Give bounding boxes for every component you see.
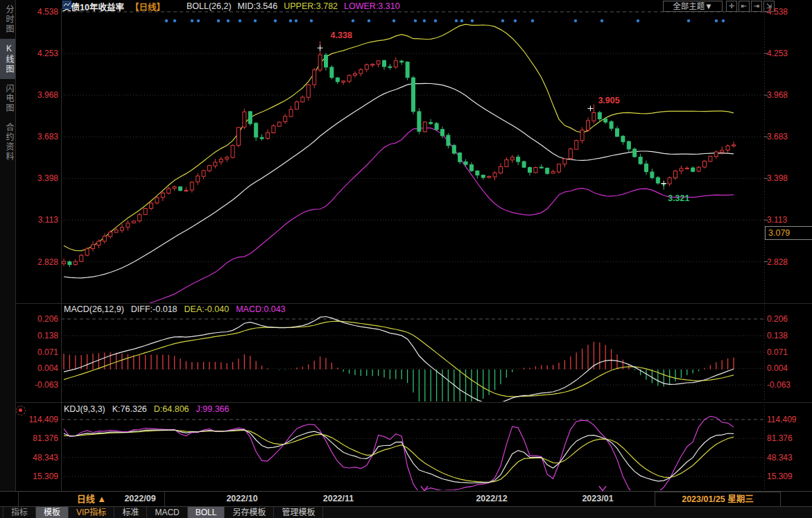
- theme-dropdown-button[interactable]: 全部主题▼: [663, 1, 723, 12]
- y-axis-tick: 0.206: [21, 314, 58, 324]
- event-dot: [295, 19, 297, 22]
- y-axis-tick: 0.138: [21, 331, 58, 340]
- tab-VIP指标[interactable]: VIP指标: [69, 507, 114, 518]
- event-dot: [239, 19, 241, 22]
- panel-hotspot-icon[interactable]: [16, 406, 26, 415]
- y-axis-tick: 3.398: [21, 173, 58, 183]
- y-axis-tick: 114.409: [767, 415, 809, 424]
- y-axis-tick: 81.376: [767, 433, 809, 443]
- event-dot: [227, 19, 230, 22]
- trading-app-window: 4.3383.9053.321 分时图K线图闪电图合约资料 美债10年收益率 【…: [0, 0, 812, 518]
- y-axis-tick: 2.828: [767, 257, 809, 267]
- y-axis-tick: 3.968: [21, 90, 58, 100]
- pan-crosshair-icon[interactable]: ✛: [726, 1, 737, 12]
- tab-模板[interactable]: 模板: [36, 507, 69, 518]
- macd-dea-value: DEA:-0.040: [184, 304, 230, 314]
- y-axis-tick: 3.398: [767, 173, 809, 183]
- chart-canvas[interactable]: 4.3383.9053.321: [0, 0, 812, 518]
- instrument-title: 美债10年收益率: [62, 0, 124, 13]
- tab-指标[interactable]: 指标: [3, 507, 36, 518]
- event-dot: [191, 19, 193, 22]
- compress-right-icon[interactable]: ⇥: [751, 1, 762, 12]
- y-axis-tick: 3.968: [767, 90, 809, 100]
- time-axis-month-label: 2022/10: [211, 494, 273, 503]
- tab-标准[interactable]: 标准: [114, 507, 147, 518]
- kdj-k-value: K:76.326: [112, 404, 147, 414]
- y-axis-tick: -0.063: [767, 380, 809, 390]
- boll-param-label: BOLL(26,2): [187, 1, 232, 11]
- event-dot: [217, 19, 220, 22]
- svg-text:3.905: 3.905: [598, 96, 619, 105]
- event-dot: [423, 19, 426, 22]
- event-dot: [514, 19, 517, 22]
- y-axis-tick: 0.071: [767, 347, 809, 357]
- y-axis-tick: -0.063: [21, 380, 58, 390]
- event-dot: [574, 19, 577, 22]
- event-dot: [414, 19, 417, 22]
- y-axis-tick: 3.113: [767, 215, 809, 225]
- time-axis-month-label: 2022/11: [307, 494, 370, 503]
- macd-macd-value: MACD:0.043: [236, 304, 286, 314]
- y-axis-tick: 0.004: [21, 363, 58, 373]
- bottom-tab-bar: 指标模板VIP指标标准MACDBOLL另存模板管理模板: [0, 506, 812, 518]
- y-axis-tick: 0.138: [767, 331, 809, 340]
- event-dot: [274, 19, 277, 22]
- event-dot: [637, 19, 639, 22]
- compress-left-icon[interactable]: ⇤: [738, 1, 750, 12]
- event-dot: [460, 19, 463, 22]
- event-dot: [471, 19, 474, 22]
- time-axis-month-label: 2023/01: [567, 494, 629, 503]
- tab-BOLL[interactable]: BOLL: [188, 507, 225, 518]
- event-dot: [531, 19, 534, 22]
- sidebar-item-分时图[interactable]: 分时图: [0, 0, 15, 39]
- collapse-right-panel-icon[interactable]: ⇲: [763, 1, 775, 12]
- svg-text:4.338: 4.338: [331, 31, 352, 40]
- y-axis-tick: 15.309: [21, 472, 58, 481]
- event-dot: [254, 19, 257, 22]
- event-dot: [310, 19, 313, 22]
- boll-indicator-icon: [171, 2, 180, 10]
- y-axis-tick: 81.376: [21, 433, 58, 443]
- event-dot: [352, 19, 354, 22]
- last-price-badge: 3.079: [765, 226, 812, 240]
- event-dot: [501, 19, 504, 22]
- chart-header: 美债10年收益率 【日线】 BOLL(26,2) MID:3.546 UPPER…: [62, 1, 400, 12]
- event-dot: [165, 19, 168, 22]
- time-axis-month-label: 2022/12: [460, 494, 523, 503]
- kdj-j-value: J:99.366: [196, 404, 230, 414]
- y-axis-tick: 3.683: [21, 132, 58, 141]
- macd-diff-value: DIFF:-0.018: [131, 304, 178, 314]
- y-axis-tick: 2.828: [21, 257, 58, 267]
- kdj-d-value: D:64.806: [154, 404, 189, 414]
- y-axis-tick: 48.343: [21, 453, 58, 463]
- boll-lower-value: LOWER:3.310: [344, 1, 400, 11]
- left-sidebar: 分时图K线图闪电图合约资料: [0, 0, 16, 491]
- sidebar-item-闪电图[interactable]: 闪电图: [0, 79, 15, 118]
- y-axis-tick: 4.253: [767, 49, 809, 58]
- sidebar-item-合约资料[interactable]: 合约资料: [0, 118, 15, 166]
- y-axis-tick: 15.309: [767, 472, 809, 481]
- event-dot: [687, 19, 690, 22]
- tab-MACD[interactable]: MACD: [147, 507, 187, 518]
- kdj-panel-header: KDJ(9,3,3) K:76.326 D:64.806 J:99.366: [64, 404, 230, 414]
- period-tag[interactable]: 【日线】: [130, 0, 165, 13]
- event-dot: [715, 19, 718, 22]
- event-dot: [601, 19, 603, 22]
- time-axis-month-label: 2022/09: [109, 494, 171, 503]
- svg-text:3.321: 3.321: [668, 193, 689, 203]
- event-dot: [722, 19, 725, 22]
- tab-管理模板[interactable]: 管理模板: [274, 507, 323, 518]
- macd-panel-header: MACD(26,12,9) DIFF:-0.018 DEA:-0.040 MAC…: [64, 304, 286, 314]
- y-axis-tick: 3.113: [21, 215, 58, 225]
- y-axis-tick: 114.409: [21, 415, 58, 424]
- current-date-label: 2023/01/25 星期三: [655, 492, 781, 507]
- kdj-param-label: KDJ(9,3,3): [64, 404, 105, 414]
- event-dot: [289, 19, 292, 22]
- sidebar-item-K线图[interactable]: K线图: [0, 39, 15, 79]
- event-dot: [434, 19, 437, 22]
- y-axis-tick: 4.538: [21, 7, 58, 17]
- y-axis-tick: 0.206: [767, 314, 809, 324]
- y-axis-tick: 0.004: [767, 363, 809, 373]
- y-axis-tick: 0.071: [21, 347, 58, 357]
- tab-另存模板[interactable]: 另存模板: [225, 507, 274, 518]
